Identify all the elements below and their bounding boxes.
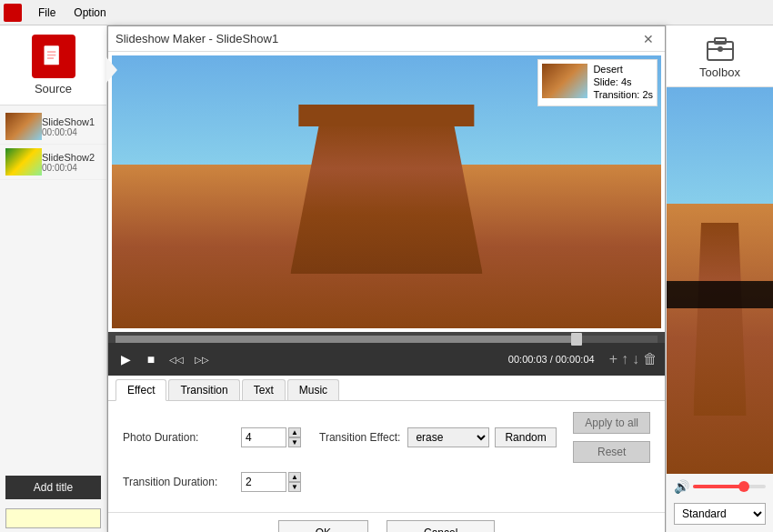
- progress-bar[interactable]: [115, 336, 658, 343]
- list-item[interactable]: SlideShow2 00:00:04: [0, 145, 106, 180]
- title-input[interactable]: [5, 508, 101, 528]
- menu-option[interactable]: Option: [65, 5, 115, 21]
- stop-button[interactable]: ■: [141, 349, 161, 369]
- app-icon: [4, 4, 22, 22]
- photo-duration-down[interactable]: ▼: [288, 437, 301, 447]
- controls-bar: ▶ ■ ◁◁ ▷▷ 00:00:03 / 00:00:04 + ↑ ↓ 🗑: [108, 343, 665, 376]
- mesa-top: [298, 105, 474, 126]
- volume-icon: 🔊: [674, 479, 689, 494]
- tab-text[interactable]: Text: [242, 379, 286, 400]
- delete-button[interactable]: 🗑: [643, 351, 658, 367]
- menu-file[interactable]: File: [29, 5, 65, 21]
- slide-info-text: Desert Slide: 4s Transition: 2s: [593, 64, 653, 102]
- photo-duration-row: Photo Duration: ▲ ▼ Transition Effect: e…: [123, 412, 650, 463]
- slideshow-thumb-2: [5, 148, 42, 176]
- dialog-close-button[interactable]: ✕: [639, 30, 658, 48]
- volume-fill: [693, 485, 744, 488]
- mesa-rock: [290, 124, 482, 274]
- transition-duration-label: Transition Duration:: [123, 476, 241, 488]
- slideshow-info-2: SlideShow2 00:00:04: [42, 152, 95, 173]
- preview-sky: [667, 87, 773, 204]
- slideshow-list: SlideShow1 00:00:04 SlideShow2 00:00:04: [0, 105, 106, 470]
- move-up-button[interactable]: ↑: [621, 351, 628, 367]
- standard-select[interactable]: Standard Widescreen Custom: [674, 503, 766, 525]
- preview-mesa: [693, 223, 747, 417]
- menu-bar: File Option: [0, 0, 773, 25]
- transition-duration-up[interactable]: ▲: [288, 472, 301, 482]
- forward-button[interactable]: ▷▷: [192, 349, 212, 369]
- slideshow-name-2: SlideShow2: [42, 152, 95, 163]
- rewind-button[interactable]: ◁◁: [166, 349, 186, 369]
- add-title-button[interactable]: Add title: [5, 476, 101, 499]
- transition-effect-select[interactable]: erase fade slide zoom: [407, 427, 489, 447]
- slideshow-name-1: SlideShow1: [42, 116, 95, 127]
- toolbox-label: Toolbox: [699, 65, 740, 79]
- cancel-button[interactable]: Cancel: [386, 520, 495, 532]
- toolbox-section: Toolbox: [667, 25, 773, 87]
- tab-effect[interactable]: Effect: [115, 379, 166, 401]
- main-dialog: Slideshow Maker - SlideShow1 ✕ Desert Sl…: [107, 25, 666, 532]
- source-icon[interactable]: [32, 35, 75, 78]
- right-preview: [667, 87, 773, 474]
- right-toolbar: Toolbox 🔊 Standard Widescreen Custom: [666, 25, 773, 532]
- svg-rect-3: [47, 57, 54, 59]
- right-dark-bar: [667, 281, 773, 308]
- right-action-buttons: Apply to all Reset: [573, 412, 650, 463]
- progress-fill: [115, 336, 577, 343]
- slide-name: Desert: [593, 64, 653, 75]
- effect-panel: Photo Duration: ▲ ▼ Transition Effect: e…: [108, 401, 665, 512]
- slideshow-thumb-1: [5, 113, 42, 140]
- toolbox-icon: [702, 33, 738, 65]
- dialog-titlebar: Slideshow Maker - SlideShow1 ✕: [108, 26, 665, 52]
- document-icon: [41, 44, 66, 69]
- ctrl-actions: + ↑ ↓ 🗑: [606, 351, 658, 367]
- apply-to-all-button[interactable]: Apply to all: [573, 412, 650, 434]
- transition-duration-input[interactable]: [241, 472, 286, 492]
- progress-section: [108, 332, 665, 343]
- move-down-button[interactable]: ↓: [632, 351, 639, 367]
- photo-duration-input[interactable]: [241, 427, 286, 447]
- volume-bar: 🔊: [667, 474, 773, 499]
- slideshow-duration-2: 00:00:04: [42, 163, 95, 173]
- photo-duration-spinner: ▲ ▼: [288, 427, 301, 447]
- left-sidebar: Source SlideShow1 00:00:04 SlideShow2 00…: [0, 25, 107, 532]
- slide-thumb-small: [542, 64, 587, 98]
- toolbox-svg-icon: [704, 35, 737, 64]
- volume-thumb[interactable]: [738, 481, 749, 492]
- tab-music[interactable]: Music: [287, 379, 339, 400]
- svg-point-7: [718, 46, 723, 52]
- slide-info-panel: Desert Slide: 4s Transition: 2s: [537, 59, 658, 106]
- transition-duration-spinner: ▲ ▼: [288, 472, 301, 492]
- progress-thumb[interactable]: [571, 333, 582, 346]
- dialog-footer: OK Cancel: [108, 512, 665, 532]
- svg-rect-1: [47, 51, 55, 53]
- reset-button[interactable]: Reset: [573, 441, 650, 463]
- transition-duration-row: Transition Duration: ▲ ▼: [123, 472, 650, 492]
- source-label: Source: [35, 82, 72, 95]
- source-arrow: [106, 57, 117, 83]
- svg-rect-2: [47, 55, 55, 56]
- dialog-content: Desert Slide: 4s Transition: 2s ▶ ■ ◁◁ ▷…: [108, 52, 665, 532]
- photo-duration-label: Photo Duration:: [123, 431, 241, 444]
- photo-duration-up[interactable]: ▲: [288, 427, 301, 437]
- list-item[interactable]: SlideShow1 00:00:04: [0, 109, 106, 145]
- volume-slider[interactable]: [693, 485, 766, 488]
- video-area: Desert Slide: 4s Transition: 2s: [112, 55, 661, 328]
- transition-duration-down[interactable]: ▼: [288, 482, 301, 492]
- slideshow-info-1: SlideShow1 00:00:04: [42, 116, 95, 137]
- ok-button[interactable]: OK: [278, 520, 368, 532]
- slideshow-duration-1: 00:00:04: [42, 127, 95, 137]
- source-section: Source: [0, 25, 106, 105]
- play-button[interactable]: ▶: [115, 349, 136, 369]
- tabs-row: Effect Transition Text Music: [108, 376, 665, 401]
- transition-effect-label: Transition Effect:: [319, 431, 400, 444]
- time-display: 00:00:03 / 00:00:04: [508, 354, 595, 365]
- slide-duration: Slide: 4s: [593, 76, 653, 87]
- random-button[interactable]: Random: [495, 427, 556, 447]
- dialog-title: Slideshow Maker - SlideShow1: [115, 32, 278, 45]
- add-slide-button[interactable]: +: [609, 351, 617, 367]
- tab-transition[interactable]: Transition: [168, 379, 239, 400]
- slide-transition: Transition: 2s: [593, 89, 653, 100]
